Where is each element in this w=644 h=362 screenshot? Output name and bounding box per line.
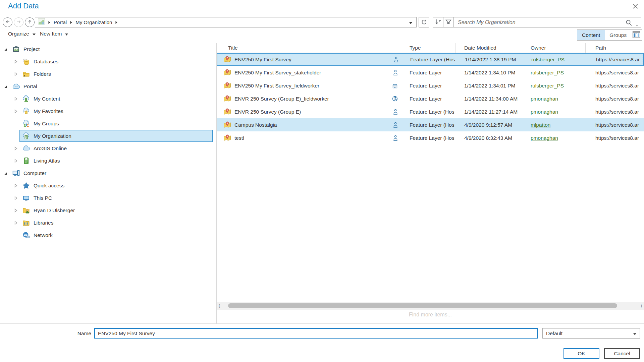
close-button[interactable]: [631, 2, 640, 11]
tree-item-surface[interactable]: Computer: [9, 167, 213, 179]
table-row[interactable]: ENVR 250 Survey (Group E)_fieldworkerFea…: [217, 92, 644, 105]
expander-collapsed-icon[interactable]: [12, 221, 19, 225]
refresh-button[interactable]: [419, 17, 429, 27]
scroll-left-arrow[interactable]: ⟨: [217, 302, 222, 310]
sidebar-item-my-groups[interactable]: My Groups: [0, 117, 216, 130]
sidebar-item-network[interactable]: Network: [0, 229, 216, 241]
breadcrumb[interactable]: PortalMy Organization: [35, 17, 417, 27]
expander-collapsed-icon[interactable]: [12, 196, 19, 200]
owner-link[interactable]: pmonaghan: [531, 96, 558, 102]
column-header-path[interactable]: Path: [586, 43, 644, 53]
tree-item-surface[interactable]: Living Atlas: [19, 155, 213, 167]
owner-link[interactable]: rulsberger_PS: [531, 70, 564, 75]
expander-collapsed-icon[interactable]: [12, 146, 19, 151]
tree-item-surface[interactable]: My Content: [19, 93, 213, 105]
sidebar-item-libraries[interactable]: Libraries: [0, 217, 216, 229]
scrollbar-thumb[interactable]: [228, 303, 617, 308]
table-row[interactable]: ENVR 250 Survey (Group E)Feature Layer (…: [217, 105, 644, 118]
tree-item-surface[interactable]: Project: [9, 43, 213, 55]
filter-button[interactable]: [443, 17, 454, 27]
owner-link[interactable]: rulsberger_PS: [531, 83, 564, 88]
scroll-right-arrow[interactable]: ⟩: [639, 302, 644, 310]
owner-link[interactable]: mlpatton: [531, 122, 550, 128]
expander-collapsed-icon[interactable]: [12, 59, 19, 64]
tree-item-surface[interactable]: Network: [19, 229, 213, 241]
sidebar-item-quick-access[interactable]: Quick access: [0, 179, 216, 192]
expander-collapsed-icon[interactable]: [12, 159, 19, 163]
search-dropdown-caret[interactable]: [636, 22, 638, 28]
sidebar-item-portal[interactable]: Portal: [0, 80, 216, 93]
tree-item-surface[interactable]: Libraries: [19, 217, 213, 229]
ok-button[interactable]: OK: [564, 348, 599, 359]
tab-content[interactable]: Content: [577, 30, 605, 40]
horizontal-scrollbar[interactable]: ⟨ ⟩: [217, 302, 644, 310]
sidebar-item-ryan-d-ulsberger[interactable]: Ryan D Ulsberger: [0, 204, 216, 217]
search-input[interactable]: [454, 19, 641, 25]
back-arrow-icon: [5, 19, 10, 25]
sidebar-item-project[interactable]: Project: [0, 43, 216, 55]
item-date-modified: 1/14/2022 11:34:00 AM: [455, 96, 521, 102]
expander-collapsed-icon[interactable]: [12, 208, 19, 213]
table-row[interactable]: Campus NostalgiaFeature Layer (Hos4/9/20…: [217, 118, 644, 131]
new-item-menu[interactable]: New Item: [40, 31, 68, 37]
expander-collapsed-icon[interactable]: [12, 109, 19, 114]
column-header-date-modified[interactable]: Date Modified: [455, 43, 521, 53]
expander-expanded-icon[interactable]: [2, 47, 9, 51]
tree-item-surface[interactable]: ArcGIS Online: [19, 142, 213, 155]
table-row[interactable]: test!Feature Layer (Hos4/9/2020 8:32:43 …: [217, 131, 644, 144]
column-header-title[interactable]: Title: [217, 43, 406, 53]
item-type: Feature Layer (Hos: [406, 109, 455, 115]
sidebar-item-my-content[interactable]: My Content: [0, 93, 216, 105]
tree-item-label: This PC: [34, 195, 52, 201]
map-pin-icon: [223, 56, 231, 63]
table-row[interactable]: ENV250 My First Survey_stakeholderFeatur…: [217, 66, 644, 79]
tree-item-surface[interactable]: Portal: [9, 80, 213, 93]
name-input[interactable]: [94, 328, 538, 339]
owner-link[interactable]: pmonaghan: [531, 135, 558, 141]
sidebar-item-my-organization[interactable]: My Organization: [0, 130, 216, 142]
tab-groups[interactable]: Groups: [605, 30, 631, 40]
tree-item-surface[interactable]: Folders: [19, 68, 213, 80]
table-row[interactable]: ENV250 My First SurveyFeature Layer (Hos…: [217, 53, 644, 66]
breadcrumb-segment[interactable]: Portal: [54, 19, 67, 25]
expander-collapsed-icon[interactable]: [12, 72, 19, 76]
expander-collapsed-icon[interactable]: [12, 183, 19, 188]
owner-link[interactable]: pmonaghan: [531, 109, 558, 115]
tree-item-surface[interactable]: Quick access: [19, 179, 213, 192]
scrollbar-track[interactable]: [222, 302, 639, 310]
view-options-button[interactable]: [630, 29, 642, 41]
sidebar-item-living-atlas[interactable]: Living Atlas: [0, 155, 216, 167]
organize-menu[interactable]: Organize: [8, 31, 36, 37]
find-more-items-link[interactable]: Find more items...: [217, 312, 644, 318]
tree-item-surface[interactable]: My Organization: [19, 130, 213, 142]
item-date-modified: 1/14/2022 1:38:19 PM: [456, 57, 522, 63]
expander-collapsed-icon[interactable]: [12, 97, 19, 101]
tree-item-surface[interactable]: Ryan D Ulsberger: [19, 204, 213, 217]
sidebar-item-databases[interactable]: Databases: [0, 55, 216, 68]
forward-button[interactable]: [14, 17, 23, 27]
tree-item-surface[interactable]: My Favorites: [19, 105, 213, 117]
sidebar-item-computer[interactable]: Computer: [0, 167, 216, 179]
breadcrumb-segment[interactable]: My Organization: [75, 19, 112, 25]
version-dropdown[interactable]: Default: [542, 328, 640, 339]
sidebar-item-this-pc[interactable]: This PC: [0, 192, 216, 204]
owner-link[interactable]: rulsberger_PS: [531, 57, 565, 62]
cancel-button[interactable]: Cancel: [604, 348, 640, 359]
column-header-owner[interactable]: Owner: [521, 43, 586, 53]
back-button[interactable]: [3, 17, 12, 27]
sidebar-item-arcgis-online[interactable]: ArcGIS Online: [0, 142, 216, 155]
expander-expanded-icon[interactable]: [2, 171, 9, 175]
table-row[interactable]: ENV250 My First Survey_fieldworkerFeatur…: [217, 79, 644, 92]
up-button[interactable]: [25, 17, 35, 27]
breadcrumb-dropdown-caret[interactable]: [409, 19, 414, 25]
tree-item-label: Libraries: [34, 220, 53, 226]
tree-item-surface[interactable]: Databases: [19, 55, 213, 68]
column-header-type[interactable]: Type: [406, 43, 455, 53]
tree-item-surface[interactable]: My Groups: [19, 117, 213, 130]
expander-expanded-icon[interactable]: [2, 84, 9, 88]
sort-button[interactable]: [433, 17, 443, 27]
tree-item-surface[interactable]: This PC: [19, 192, 213, 204]
sidebar-item-my-favorites[interactable]: My Favorites: [0, 105, 216, 117]
folders-icon: [22, 70, 30, 78]
sidebar-item-folders[interactable]: Folders: [0, 68, 216, 80]
